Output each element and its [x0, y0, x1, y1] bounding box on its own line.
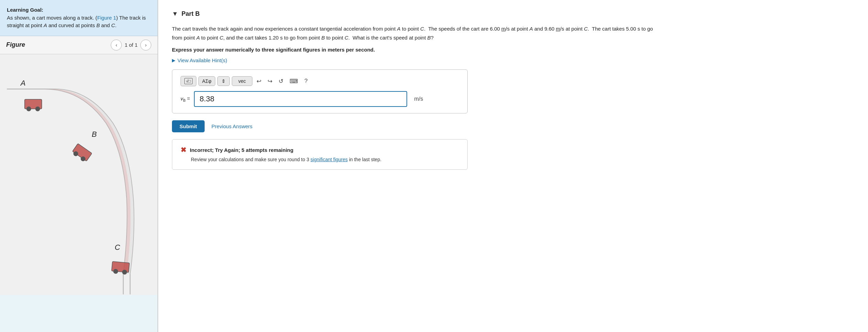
- x-icon: ✖: [181, 146, 186, 154]
- vec-label: vec: [238, 78, 246, 84]
- figure-link[interactable]: Figure 1: [97, 15, 116, 21]
- figure-next-button[interactable]: ›: [140, 40, 151, 51]
- hint-link-label: View Available Hint(s): [177, 57, 227, 63]
- greek-icon: ΑΣφ: [202, 78, 211, 84]
- learning-goal-text: As shown, a cart moves along a track. (F…: [7, 15, 146, 29]
- figure-section: Figure ‹ 1 of 1 ›: [0, 36, 158, 295]
- previous-answers-link[interactable]: Previous Answers: [211, 123, 252, 129]
- part-header: ▼ Part B: [172, 10, 854, 18]
- figure-image-area: A B C: [0, 54, 158, 295]
- feedback-header: ✖ Incorrect; Try Again; 5 attempts remai…: [181, 146, 459, 154]
- bold-instruction: Express your answer numerically to three…: [172, 47, 854, 53]
- part-collapse-arrow[interactable]: ▼: [172, 10, 178, 18]
- sqrt-icon: √□: [184, 78, 193, 84]
- cart-b: [71, 143, 92, 163]
- significant-figures-link[interactable]: significant figures: [311, 157, 348, 162]
- redo-button[interactable]: ↪: [265, 76, 274, 86]
- answer-box: √□ ΑΣφ ⇕ vec ↩ ↪ ↺ ⌨ ? vB =: [172, 69, 468, 113]
- question-text: The cart travels the track again and now…: [172, 24, 653, 42]
- right-panel: ▼ Part B The cart travels the track agai…: [158, 0, 868, 332]
- figure-title: Figure: [6, 41, 25, 48]
- answer-input[interactable]: [194, 91, 407, 107]
- submit-button[interactable]: Submit: [172, 120, 205, 132]
- figure-page-label: 1 of 1: [124, 42, 138, 48]
- feedback-body-end: in the last step.: [348, 157, 381, 162]
- undo-button[interactable]: ↩: [254, 76, 263, 86]
- point-b-label: B: [92, 130, 97, 139]
- point-a-label: A: [20, 79, 26, 87]
- feedback-body-start: Review your calculations and make sure y…: [191, 157, 311, 162]
- hint-arrow-icon: ▶: [172, 58, 175, 63]
- greek-button[interactable]: ΑΣφ: [198, 76, 215, 86]
- learning-goal-label: Learning Goal:: [7, 7, 43, 13]
- part-title: Part B: [182, 10, 200, 18]
- cart-c: [111, 261, 130, 275]
- track-svg: A B C: [0, 54, 158, 295]
- feedback-title: Incorrect; Try Again; 5 attempts remaini…: [190, 147, 293, 153]
- toolbar: √□ ΑΣφ ⇕ vec ↩ ↪ ↺ ⌨ ?: [181, 76, 459, 86]
- unit-label: m/s: [414, 96, 423, 102]
- arrows-icon: ⇕: [221, 78, 226, 84]
- vec-button[interactable]: vec: [232, 76, 252, 86]
- figure-prev-button[interactable]: ‹: [111, 40, 122, 51]
- hint-link[interactable]: ▶ View Available Hint(s): [172, 57, 854, 63]
- learning-goal-box: Learning Goal: As shown, a cart moves al…: [0, 0, 158, 36]
- left-panel: Learning Goal: As shown, a cart moves al…: [0, 0, 158, 332]
- sqrt-button[interactable]: √□: [181, 76, 196, 86]
- wheel-a2: [35, 106, 40, 111]
- input-row: vB = m/s: [181, 91, 459, 107]
- arrows-button[interactable]: ⇕: [217, 76, 230, 86]
- input-label: vB =: [181, 96, 190, 102]
- figure-header: Figure ‹ 1 of 1 ›: [0, 36, 158, 54]
- wheel-a1: [26, 106, 31, 111]
- refresh-button[interactable]: ↺: [276, 76, 285, 86]
- feedback-box: ✖ Incorrect; Try Again; 5 attempts remai…: [172, 139, 468, 170]
- figure-nav: ‹ 1 of 1 ›: [111, 40, 151, 51]
- point-c-label: C: [115, 243, 120, 252]
- feedback-body: Review your calculations and make sure y…: [191, 156, 459, 163]
- submit-row: Submit Previous Answers: [172, 120, 854, 132]
- help-button[interactable]: ?: [302, 76, 310, 86]
- keyboard-button[interactable]: ⌨: [287, 76, 300, 86]
